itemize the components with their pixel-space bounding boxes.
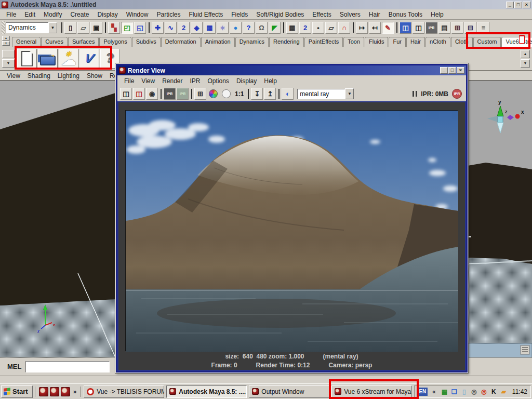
- quick-launch-overflow-icon[interactable]: »: [72, 388, 78, 395]
- quicklaunch-maya-3[interactable]: [61, 387, 70, 396]
- snapshot-icon[interactable]: ◉: [146, 88, 158, 100]
- tray-disc-icon[interactable]: ◎: [470, 388, 478, 395]
- shelf-tab-vue6xstreamplugin[interactable]: Vue6xStreamPlugin: [501, 37, 532, 47]
- shelf-tab-animation[interactable]: Animation: [201, 37, 235, 47]
- particle-star-icon[interactable]: ∗: [217, 22, 229, 34]
- shelf-tab-surfaces[interactable]: Surfaces: [68, 37, 99, 47]
- render-view-title-bar[interactable]: Render View _□×: [117, 65, 466, 75]
- redo-previous-render-icon[interactable]: ◫: [120, 88, 132, 100]
- shelf-tab-hair[interactable]: Hair: [406, 37, 425, 47]
- panel-menu-lighting[interactable]: Lighting: [54, 72, 83, 79]
- lattice-box-icon[interactable]: ▦: [204, 22, 216, 34]
- keep-image-icon[interactable]: ↧: [251, 88, 263, 100]
- snap-curve-icon[interactable]: 2: [299, 22, 311, 34]
- menu-bonus-tools[interactable]: Bonus Tools: [384, 11, 427, 18]
- chevron-down-icon[interactable]: ▼: [345, 88, 354, 99]
- task-output-window[interactable]: Output Window: [249, 385, 329, 398]
- rv-maximize-button[interactable]: □: [448, 67, 456, 74]
- menu-edit[interactable]: Edit: [20, 11, 39, 18]
- panel-menu-view[interactable]: View: [3, 72, 24, 79]
- shelf-menu-icon[interactable]: [2, 50, 15, 58]
- ipr-render-icon[interactable]: IPR: [425, 22, 437, 34]
- lock-icon[interactable]: Ω: [256, 22, 268, 34]
- rv-minimize-button[interactable]: _: [440, 67, 448, 74]
- render-view-icon[interactable]: ◫: [400, 22, 411, 34]
- construction-history-icon[interactable]: ✎: [382, 22, 394, 34]
- help-line-icon[interactable]: ?: [243, 22, 255, 34]
- save-scene-icon[interactable]: ▣: [90, 22, 102, 34]
- menu-set-dropdown[interactable]: Dynamics ▼: [6, 22, 57, 33]
- vue-new-document-icon[interactable]: [17, 49, 37, 69]
- render-view-window[interactable]: Render View _□× FileViewRenderIPROptions…: [115, 63, 468, 373]
- menu-fields[interactable]: Fields: [227, 11, 252, 18]
- toolbar-drag-handle[interactable]: [2, 21, 5, 34]
- task-maya[interactable]: Autodesk Maya 8.5: ....: [166, 385, 247, 398]
- rv-menu-render[interactable]: Render: [158, 77, 186, 85]
- menu-set-value[interactable]: Dynamics: [6, 22, 48, 33]
- app-minimize-button[interactable]: _: [506, 2, 514, 8]
- tray-device-icon[interactable]: ▯: [460, 388, 468, 395]
- shelf-tab-toon[interactable]: Toon: [343, 37, 364, 47]
- menu-modify[interactable]: Modify: [39, 11, 66, 18]
- menu-display[interactable]: Display: [93, 11, 122, 18]
- app-maximize-button[interactable]: □: [514, 2, 522, 8]
- vue-logo-icon[interactable]: V: [79, 49, 99, 69]
- pause-icon[interactable]: [413, 91, 417, 97]
- shelf-tab-fluids[interactable]: Fluids: [365, 37, 388, 47]
- render-current-frame-icon[interactable]: ◫: [413, 22, 424, 34]
- shelf-tab-deformation[interactable]: Deformation: [161, 37, 201, 47]
- rv-menu-ipr[interactable]: IPR: [187, 77, 204, 85]
- render-settings-icon[interactable]: ⊞: [194, 88, 206, 100]
- menu-create[interactable]: Create: [66, 11, 93, 18]
- menu-fluid-effects[interactable]: Fluid Effects: [184, 11, 227, 18]
- hypergraph-icon[interactable]: ⊞: [451, 22, 463, 34]
- menu-soft-rigid-bodies[interactable]: Soft/Rigid Bodies: [252, 11, 308, 18]
- language-indicator[interactable]: EN: [418, 388, 428, 396]
- menu-solvers[interactable]: Solvers: [336, 11, 365, 18]
- renderer-value[interactable]: mental ray: [297, 89, 345, 99]
- zoom-one-to-one-button[interactable]: 1:1: [233, 88, 245, 100]
- render-region-icon[interactable]: ◫: [133, 88, 145, 100]
- shelf-tab-fur[interactable]: Fur: [389, 37, 406, 47]
- range-slider-strip[interactable]: [468, 343, 532, 358]
- tray-network-grid-icon[interactable]: ▦: [441, 388, 448, 395]
- rv-close-button[interactable]: ×: [457, 67, 464, 74]
- input-connection-icon[interactable]: ↦: [356, 22, 368, 34]
- panel-menu-show[interactable]: Show: [83, 72, 106, 79]
- task-vue-xstream[interactable]: Vue 6 xStream for Maya...: [331, 385, 412, 398]
- menu-help[interactable]: Help: [427, 11, 448, 18]
- pencil-curve-icon[interactable]: 2: [178, 22, 190, 34]
- rv-menu-file[interactable]: File: [121, 77, 138, 85]
- remove-image-icon[interactable]: ↥: [264, 88, 276, 100]
- tray-folder-icon[interactable]: ▰: [500, 388, 508, 395]
- chevron-down-icon[interactable]: ▼: [48, 22, 57, 33]
- mel-input[interactable]: [25, 361, 110, 373]
- shelf-tab-custom[interactable]: Custom: [473, 37, 501, 47]
- outliner-icon[interactable]: ≡: [477, 22, 489, 34]
- menu-file[interactable]: File: [2, 11, 20, 18]
- app-close-button[interactable]: ×: [523, 2, 530, 8]
- output-connection-icon[interactable]: ↤: [369, 22, 381, 34]
- viewport-left[interactable]: x z: [0, 81, 115, 357]
- ipr-badge-icon[interactable]: IPR: [452, 89, 462, 99]
- shelf-tab-up-icon[interactable]: ▴: [2, 36, 10, 41]
- shelf-scroll-up-icon[interactable]: ▲: [521, 50, 530, 58]
- rv-menu-options[interactable]: Options: [204, 77, 233, 85]
- shelf-tab-subdivs[interactable]: Subdivs: [132, 37, 161, 47]
- node-editor-icon[interactable]: ⊟: [464, 22, 476, 34]
- lattice-sphere-icon[interactable]: ◈: [191, 22, 203, 34]
- plus-tool-icon[interactable]: ✚: [152, 22, 164, 34]
- open-render-settings-icon[interactable]: ◐: [282, 88, 294, 100]
- renderer-dropdown[interactable]: mental ray ▼: [297, 88, 354, 99]
- select-hierarchy-icon[interactable]: ▚: [108, 22, 120, 34]
- render-view-canvas[interactable]: size: 640 480 zoom: 1.000 (mental ray) F…: [117, 101, 466, 371]
- task-vue-forum[interactable]: Vue -> TBILISIS FORUM...: [84, 385, 164, 398]
- shelf-scroll-down-icon[interactable]: ▼: [521, 59, 530, 68]
- ep-curve-icon[interactable]: ∿: [165, 22, 177, 34]
- shelf-tab-general[interactable]: General: [12, 37, 41, 47]
- select-component-icon[interactable]: ◱: [134, 22, 146, 34]
- shelf-tab-curves[interactable]: Curves: [41, 37, 68, 47]
- snap-plane-icon[interactable]: ▱: [325, 22, 337, 34]
- tray-collapse-chevron-icon[interactable]: «: [430, 388, 438, 395]
- viewport-right[interactable]: y z x: [468, 81, 532, 357]
